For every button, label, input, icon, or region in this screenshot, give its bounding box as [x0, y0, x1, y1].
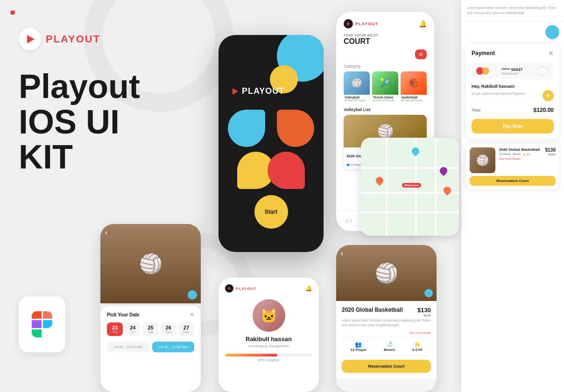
- date-num-23: 23: [108, 325, 122, 330]
- map-reserve-btn[interactable]: Reservation Court: [470, 176, 556, 186]
- map-players: 12 Player: [499, 153, 511, 156]
- figma-mid-left: [32, 320, 42, 328]
- play-icon: [27, 35, 35, 43]
- reserve-button[interactable]: Reservation Court: [342, 360, 431, 373]
- shape-orange: [277, 110, 314, 147]
- stat-players-value: 12 Player: [350, 348, 367, 352]
- map-background: 6Kilometer: [361, 138, 459, 236]
- map-pin-red: [442, 185, 453, 196]
- splash-screen-phone: PLAYOUT Start: [219, 35, 324, 252]
- date-num-26: 26: [162, 325, 176, 330]
- add-method-button[interactable]: +: [543, 90, 554, 101]
- find-text: FIND YOUR BEST: [344, 33, 427, 37]
- filter-button[interactable]: ⚙: [415, 49, 427, 59]
- profile-bell-icon[interactable]: 🔔: [305, 285, 312, 292]
- figma-top-right: [43, 311, 53, 319]
- figma-top-left: [32, 311, 42, 319]
- picker-title: Pick Your Date: [107, 312, 140, 317]
- profile-avatar: 🐱: [253, 299, 285, 332]
- detail-content: 2020 Global Basketball $130 $190 Lorem i…: [336, 301, 437, 378]
- mastercard-icon: [476, 66, 489, 76]
- payment-close-icon[interactable]: ✕: [548, 49, 554, 57]
- detail-row1: 2020 Global Basketball $130 $190: [342, 307, 431, 317]
- date-day-fri: Fri: [126, 330, 140, 334]
- card-details: ***** 56547 Mastercard: [501, 67, 522, 75]
- right-top-text: Lorem ipsum dolor sit amet, consectetur …: [461, 0, 564, 21]
- map-card: 🏐 2020 Global Basketball 12 Player Beach…: [466, 144, 559, 189]
- pay-now-button[interactable]: Pay Now: [472, 119, 554, 133]
- map-see-more[interactable]: See more Details: [499, 157, 542, 160]
- picker-header: Pick Your Date ✕: [107, 311, 194, 318]
- profile-location: Sunaroganj, Bangladesh: [225, 344, 312, 348]
- picker-close-icon[interactable]: ✕: [190, 311, 194, 318]
- payment-greeting: Hay, Rakibull hassan!: [472, 84, 554, 89]
- shape-blue: [228, 110, 265, 147]
- profile-brand: PLAYOUT: [225, 284, 257, 293]
- basketball-count: Free 30 Courts: [401, 99, 427, 103]
- payment-sub: do you want to Add Method Payment: [472, 92, 525, 95]
- date-sun[interactable]: 26 Sun: [161, 322, 176, 336]
- filter-icon: ⚙: [419, 52, 423, 57]
- total-label: Total: [472, 108, 480, 112]
- basketball-name: basketball: [401, 95, 427, 99]
- map-pin-blue: [410, 146, 421, 157]
- splash-shapes: [228, 110, 314, 194]
- rating-icon: ⭐: [412, 341, 422, 348]
- time-morning[interactable]: 10:00 - 10:30 AM: [107, 342, 149, 352]
- see-more-link[interactable]: See more Details: [342, 331, 431, 334]
- start-button[interactable]: Start: [254, 195, 288, 229]
- map-card-info: 2020 Global Basketball 12 Player Beach ⭐…: [499, 147, 542, 173]
- detail-badge: [424, 289, 433, 297]
- right-panel: Lorem ipsum dolor sit amet, consectetur …: [461, 0, 564, 392]
- date-num-25: 25: [143, 325, 157, 330]
- card-type: Mastercard: [501, 72, 522, 75]
- splash-brand-text: PLAYOUT: [242, 86, 284, 96]
- logo-icon: [19, 28, 41, 50]
- figma-bot-left: [32, 329, 42, 337]
- volleyball-emoji: 🏐: [139, 253, 162, 275]
- time-midday[interactable]: 10:30 - 11:00 AM: [152, 342, 195, 352]
- profile-progress-fill: [225, 354, 277, 357]
- left-section: PLAYOUT Playout IOS UI KIT: [19, 28, 168, 184]
- court-play-triangle: [347, 22, 350, 26]
- mc-orange-circle: [482, 67, 489, 75]
- detail-price-group: $130 $190: [417, 307, 431, 317]
- nav-tag-icon[interactable]: 🏷: [345, 217, 352, 224]
- add-method-row: do you want to Add Method Payment +: [472, 90, 554, 101]
- figma-mid-right: [43, 320, 53, 328]
- basketball-image: 🏀: [401, 71, 427, 95]
- filter-row: ⚙: [344, 49, 427, 59]
- date-day-thu: Thu: [108, 330, 122, 334]
- card-number: ***** 56547: [501, 67, 522, 72]
- map-card-name: 2020 Global Basketball: [499, 147, 542, 152]
- category-basketball[interactable]: 🏀 basketball Free 30 Courts: [401, 71, 427, 103]
- splash-play-icon: [233, 88, 238, 95]
- date-sat[interactable]: 25 Sat: [142, 322, 158, 336]
- map-section: 6Kilometer: [361, 138, 459, 236]
- date-thu[interactable]: 23 Thu: [107, 322, 123, 336]
- date-mon[interactable]: 27 Mon: [178, 322, 194, 336]
- detail-name: 2020 Global Basketball: [342, 307, 403, 313]
- volleyball-name: Volleyball: [344, 95, 370, 99]
- card-wave: [535, 66, 549, 76]
- detail-back-icon[interactable]: ‹: [341, 250, 343, 257]
- map-card-details: 12 Player Beach ⭐ 4.5: [499, 153, 542, 156]
- players-chip: 👥 12 Player: [346, 163, 362, 166]
- notification-bell-icon[interactable]: 🔔: [419, 20, 427, 28]
- stat-location: 🏖 Beach: [384, 341, 395, 352]
- payment-modal: Payment ✕ ***** 56547 Mastercard Hay, Ra…: [466, 44, 559, 139]
- profile-phone: PLAYOUT 🔔 🐱 Rakibull hassan Sunaroganj, …: [219, 278, 319, 392]
- profile-name: Rakibull hassan: [225, 336, 312, 343]
- date-back-icon[interactable]: ‹: [105, 229, 107, 236]
- date-row: 23 Thu 24 Fri 25 Sat 26 Sun 27 Mon: [107, 322, 194, 336]
- profile-play-icon: [225, 284, 233, 293]
- map-rating: ⭐ 4.5: [522, 153, 530, 156]
- profile-brand-text: PLAYOUT: [236, 287, 257, 291]
- splash-brand: PLAYOUT: [233, 86, 284, 96]
- stat-location-value: Beach: [384, 348, 395, 352]
- detail-phone: ‹ 🏐 2020 Global Basketball $130 $190 Lor…: [336, 245, 437, 392]
- profile-header: PLAYOUT 🔔: [225, 284, 312, 293]
- category-tennis[interactable]: 🎾 Tennis Game Free 30 Courts: [372, 71, 398, 103]
- category-volleyball[interactable]: 🏐 Volleyball Free 30 Courts: [344, 71, 370, 103]
- date-fri[interactable]: 24 Fri: [125, 322, 141, 336]
